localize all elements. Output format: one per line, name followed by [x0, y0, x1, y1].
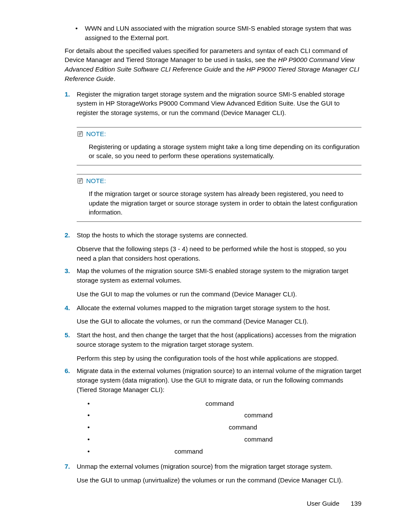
para-mid: and the [221, 65, 246, 73]
note-1: NOTE: Registering or updating a storage … [77, 127, 361, 165]
step-6: 6. Migrate data in the external volumes … [65, 366, 361, 458]
step3b-pre: Use the GUI to map the volumes or run th… [77, 290, 202, 298]
note2-body: If the migration target or source storag… [89, 189, 361, 217]
step2a: Stop the hosts to which the storage syst… [77, 230, 361, 240]
cmd-suffix: command [244, 435, 273, 444]
footer-label: User Guide [307, 500, 339, 507]
para-end: . [113, 75, 115, 82]
step6a: Migrate data in the external volumes (mi… [77, 366, 361, 394]
step6-command-list: • command • command • command • command [87, 399, 361, 457]
step-2: 2. Stop the hosts to which the storage s… [65, 230, 361, 263]
cmd-pad [97, 400, 206, 409]
step5a: Start the host, and then change the targ… [77, 330, 361, 349]
step7b-pre: Use the GUI to unmap (unvirtualize) the … [77, 476, 248, 484]
step-1: 1. Register the migration target storage… [65, 90, 361, 118]
step-number: 6. [65, 366, 77, 376]
step7b-post: command (Device Manager CLI). [248, 476, 343, 484]
reference-paragraph: For details about the specified values s… [65, 46, 361, 84]
step-4: 4. Allocate the external volumes mapped … [65, 303, 361, 327]
cmd-pad [97, 436, 244, 445]
step-7: 7. Unmap the external volumes (migration… [65, 462, 361, 486]
cmd-pad [97, 423, 229, 433]
step3a: Map the volumes of the migration source … [77, 266, 361, 285]
bullet-dot: • [87, 423, 97, 432]
step2b: Observe that the following steps (3 - 4)… [77, 244, 361, 263]
step-number: 4. [65, 303, 77, 313]
note-rule-bottom [77, 221, 361, 222]
step4b-post: command (Device Manager CLI). [213, 317, 308, 325]
step-number: 1. [65, 90, 77, 99]
note-icon [77, 131, 84, 137]
page-number: 139 [351, 500, 361, 507]
step3b-post: command (Device Manager CLI). [202, 290, 297, 298]
bullet-dot: • [87, 447, 97, 456]
note-2: NOTE: If the migration target or source … [77, 174, 361, 222]
cmd-suffix: command [206, 399, 234, 408]
step4b-pre: Use the GUI to allocate the volumes, or … [77, 317, 213, 325]
step-number: 3. [65, 266, 77, 276]
bullet-dot: • [75, 24, 85, 33]
bullet-dot: • [87, 411, 97, 420]
page-footer: User Guide 139 [307, 499, 361, 508]
cmd-pad [97, 448, 174, 457]
intro-bullet-item: • WWN and LUN associated with the migrat… [75, 24, 361, 43]
cmd-suffix: command [244, 411, 273, 420]
step-number: 2. [65, 230, 77, 240]
bullet-dot: • [87, 435, 97, 444]
step4a: Allocate the external volumes mapped to … [77, 303, 361, 313]
bullet-dot: • [87, 399, 97, 408]
cmd-suffix: command [229, 423, 257, 432]
note-label: NOTE: [86, 129, 106, 139]
note-label: NOTE: [86, 176, 106, 186]
note1-body: Registering or updating a storage system… [89, 142, 361, 161]
step-5: 5. Start the host, and then change the t… [65, 330, 361, 363]
note-icon [77, 177, 84, 184]
cmd-pad [97, 411, 244, 421]
step-number: 5. [65, 330, 77, 340]
note-rule-bottom [77, 165, 361, 165]
cmd-suffix: command [174, 447, 203, 456]
intro-bullet-text: WWN and LUN associated with the migratio… [85, 24, 361, 43]
step7a: Unmap the external volumes (migration so… [77, 462, 361, 471]
step5b: Perform this step by using the configura… [77, 354, 361, 363]
step-3: 3. Map the volumes of the migration sour… [65, 266, 361, 299]
step1-suffix: command (Device Manager CLI). [191, 109, 286, 116]
step-number: 7. [65, 462, 77, 471]
